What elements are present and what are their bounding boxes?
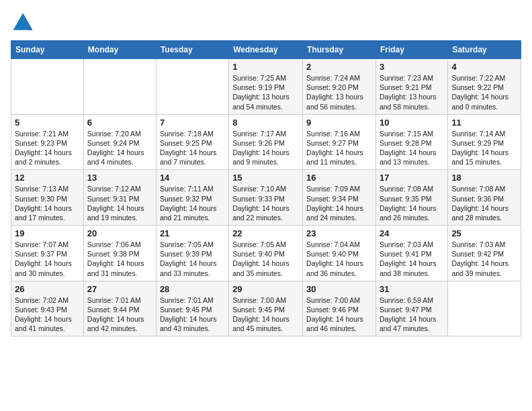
day-cell: 4Sunrise: 7:22 AM Sunset: 9:22 PM Daylig…: [448, 59, 521, 115]
day-cell: 28Sunrise: 7:01 AM Sunset: 9:45 PM Dayli…: [156, 281, 228, 336]
day-info: Sunrise: 7:05 AM Sunset: 9:39 PM Dayligh…: [160, 240, 225, 278]
day-info: Sunrise: 7:03 AM Sunset: 9:42 PM Dayligh…: [451, 240, 517, 278]
day-cell: 19Sunrise: 7:07 AM Sunset: 9:37 PM Dayli…: [11, 226, 84, 281]
day-info: Sunrise: 7:03 AM Sunset: 9:41 PM Dayligh…: [380, 240, 444, 278]
day-number: 6: [87, 118, 152, 128]
day-number: 11: [451, 118, 517, 128]
day-info: Sunrise: 7:11 AM Sunset: 9:32 PM Dayligh…: [160, 184, 225, 222]
day-info: Sunrise: 7:08 AM Sunset: 9:36 PM Dayligh…: [451, 184, 517, 222]
day-cell: [156, 59, 228, 115]
day-info: Sunrise: 7:15 AM Sunset: 9:28 PM Dayligh…: [380, 129, 444, 167]
day-cell: 27Sunrise: 7:01 AM Sunset: 9:44 PM Dayli…: [83, 281, 156, 336]
day-info: Sunrise: 7:07 AM Sunset: 9:37 PM Dayligh…: [15, 240, 80, 278]
day-cell: 29Sunrise: 7:00 AM Sunset: 9:45 PM Dayli…: [229, 281, 303, 336]
day-number: 30: [306, 284, 372, 294]
day-cell: 26Sunrise: 7:02 AM Sunset: 9:43 PM Dayli…: [11, 281, 84, 336]
day-number: 10: [380, 118, 444, 128]
day-info: Sunrise: 7:21 AM Sunset: 9:23 PM Dayligh…: [15, 129, 80, 167]
day-cell: 15Sunrise: 7:10 AM Sunset: 9:33 PM Dayli…: [229, 170, 303, 226]
logo-icon: [11, 11, 35, 35]
day-number: 23: [306, 228, 372, 238]
day-cell: 14Sunrise: 7:11 AM Sunset: 9:32 PM Dayli…: [156, 170, 228, 226]
day-number: 7: [160, 118, 225, 128]
page-header: [11, 11, 521, 35]
week-row-3: 12Sunrise: 7:13 AM Sunset: 9:30 PM Dayli…: [11, 170, 521, 226]
day-cell: 13Sunrise: 7:12 AM Sunset: 9:31 PM Dayli…: [83, 170, 156, 226]
day-number: 15: [232, 173, 299, 183]
header-cell-monday: Monday: [83, 41, 156, 59]
day-cell: 18Sunrise: 7:08 AM Sunset: 9:36 PM Dayli…: [448, 170, 521, 226]
day-info: Sunrise: 7:25 AM Sunset: 9:19 PM Dayligh…: [232, 73, 299, 111]
day-number: 1: [232, 62, 299, 72]
day-cell: 20Sunrise: 7:06 AM Sunset: 9:38 PM Dayli…: [83, 226, 156, 281]
header-cell-saturday: Saturday: [448, 41, 521, 59]
day-cell: 1Sunrise: 7:25 AM Sunset: 9:19 PM Daylig…: [229, 59, 303, 115]
day-info: Sunrise: 7:16 AM Sunset: 9:27 PM Dayligh…: [306, 129, 372, 167]
header-cell-thursday: Thursday: [303, 41, 376, 59]
header-cell-wednesday: Wednesday: [229, 41, 303, 59]
day-info: Sunrise: 7:01 AM Sunset: 9:45 PM Dayligh…: [160, 295, 225, 334]
day-number: 25: [451, 228, 517, 238]
day-info: Sunrise: 7:08 AM Sunset: 9:35 PM Dayligh…: [380, 184, 444, 222]
day-info: Sunrise: 7:09 AM Sunset: 9:34 PM Dayligh…: [306, 184, 372, 222]
day-number: 24: [380, 228, 444, 238]
week-row-4: 19Sunrise: 7:07 AM Sunset: 9:37 PM Dayli…: [11, 226, 521, 281]
day-number: 22: [232, 228, 299, 238]
day-info: Sunrise: 7:00 AM Sunset: 9:46 PM Dayligh…: [306, 295, 372, 334]
header-cell-tuesday: Tuesday: [156, 41, 228, 59]
day-cell: 17Sunrise: 7:08 AM Sunset: 9:35 PM Dayli…: [375, 170, 447, 226]
header-row: SundayMondayTuesdayWednesdayThursdayFrid…: [11, 41, 521, 59]
day-cell: 23Sunrise: 7:04 AM Sunset: 9:40 PM Dayli…: [303, 226, 376, 281]
day-number: 12: [15, 173, 80, 183]
day-cell: 6Sunrise: 7:20 AM Sunset: 9:24 PM Daylig…: [83, 114, 156, 170]
day-info: Sunrise: 7:06 AM Sunset: 9:38 PM Dayligh…: [87, 240, 152, 278]
header-cell-sunday: Sunday: [11, 41, 84, 59]
day-info: Sunrise: 7:14 AM Sunset: 9:29 PM Dayligh…: [451, 129, 517, 167]
day-number: 19: [15, 228, 80, 238]
day-number: 8: [232, 118, 299, 128]
day-number: 13: [87, 173, 152, 183]
day-cell: [448, 281, 521, 336]
day-cell: 8Sunrise: 7:17 AM Sunset: 9:26 PM Daylig…: [229, 114, 303, 170]
day-cell: 10Sunrise: 7:15 AM Sunset: 9:28 PM Dayli…: [375, 114, 447, 170]
day-cell: 7Sunrise: 7:18 AM Sunset: 9:25 PM Daylig…: [156, 114, 228, 170]
day-info: Sunrise: 7:05 AM Sunset: 9:40 PM Dayligh…: [232, 240, 299, 278]
day-info: Sunrise: 7:12 AM Sunset: 9:31 PM Dayligh…: [87, 184, 152, 222]
day-number: 28: [160, 284, 225, 294]
day-cell: [83, 59, 156, 115]
day-cell: 31Sunrise: 6:59 AM Sunset: 9:47 PM Dayli…: [375, 281, 447, 336]
day-number: 3: [380, 62, 444, 72]
day-cell: 9Sunrise: 7:16 AM Sunset: 9:27 PM Daylig…: [303, 114, 376, 170]
day-cell: 2Sunrise: 7:24 AM Sunset: 9:20 PM Daylig…: [303, 59, 376, 115]
header-cell-friday: Friday: [375, 41, 447, 59]
day-number: 4: [451, 62, 517, 72]
day-number: 2: [306, 62, 372, 72]
week-row-2: 5Sunrise: 7:21 AM Sunset: 9:23 PM Daylig…: [11, 114, 521, 170]
day-cell: 12Sunrise: 7:13 AM Sunset: 9:30 PM Dayli…: [11, 170, 84, 226]
day-number: 27: [87, 284, 152, 294]
day-number: 5: [15, 118, 80, 128]
day-cell: 11Sunrise: 7:14 AM Sunset: 9:29 PM Dayli…: [448, 114, 521, 170]
calendar-table: SundayMondayTuesdayWednesdayThursdayFrid…: [11, 40, 521, 336]
day-number: 31: [380, 284, 444, 294]
day-number: 26: [15, 284, 80, 294]
day-number: 9: [306, 118, 372, 128]
day-cell: 21Sunrise: 7:05 AM Sunset: 9:39 PM Dayli…: [156, 226, 228, 281]
day-info: Sunrise: 7:17 AM Sunset: 9:26 PM Dayligh…: [232, 129, 299, 167]
day-info: Sunrise: 7:24 AM Sunset: 9:20 PM Dayligh…: [306, 73, 372, 111]
day-info: Sunrise: 7:22 AM Sunset: 9:22 PM Dayligh…: [451, 73, 517, 111]
day-info: Sunrise: 7:01 AM Sunset: 9:44 PM Dayligh…: [87, 295, 152, 334]
day-cell: 30Sunrise: 7:00 AM Sunset: 9:46 PM Dayli…: [303, 281, 376, 336]
day-info: Sunrise: 6:59 AM Sunset: 9:47 PM Dayligh…: [380, 295, 444, 334]
day-cell: 25Sunrise: 7:03 AM Sunset: 9:42 PM Dayli…: [448, 226, 521, 281]
day-cell: 22Sunrise: 7:05 AM Sunset: 9:40 PM Dayli…: [229, 226, 303, 281]
week-row-5: 26Sunrise: 7:02 AM Sunset: 9:43 PM Dayli…: [11, 281, 521, 336]
day-number: 18: [451, 173, 517, 183]
day-cell: 3Sunrise: 7:23 AM Sunset: 9:21 PM Daylig…: [375, 59, 447, 115]
day-number: 20: [87, 228, 152, 238]
day-info: Sunrise: 7:20 AM Sunset: 9:24 PM Dayligh…: [87, 129, 152, 167]
day-info: Sunrise: 7:18 AM Sunset: 9:25 PM Dayligh…: [160, 129, 225, 167]
day-cell: [11, 59, 84, 115]
day-number: 21: [160, 228, 225, 238]
day-info: Sunrise: 7:10 AM Sunset: 9:33 PM Dayligh…: [232, 184, 299, 222]
